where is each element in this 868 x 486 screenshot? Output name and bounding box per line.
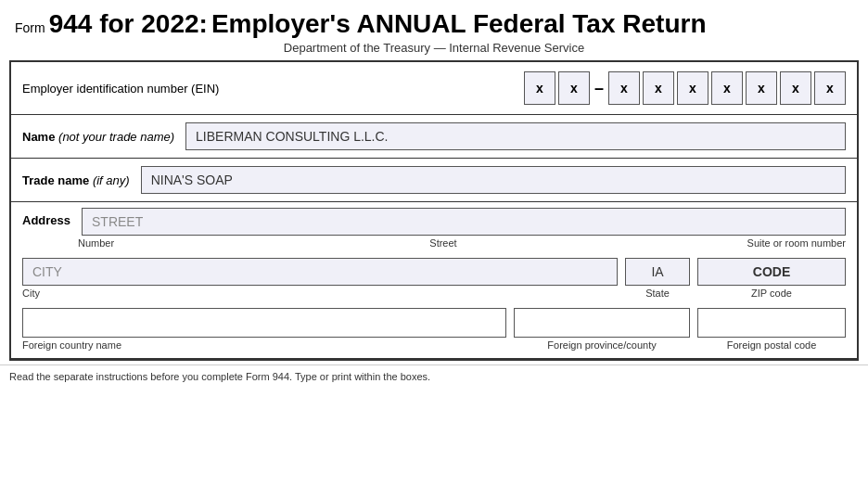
form-prefix-label: Form: [15, 20, 45, 35]
ein-row: Employer identification number (EIN) x x…: [11, 62, 857, 115]
ein-box-8[interactable]: x: [780, 71, 811, 105]
sublabel-city: City: [22, 288, 618, 299]
foreign-province-input[interactable]: [514, 308, 690, 338]
address-label: Address: [22, 208, 70, 236]
form-title: Employer's ANNUAL Federal Tax Return: [211, 9, 707, 39]
sublabel-foreign-postal: Foreign postal code: [697, 339, 846, 351]
ein-box-6[interactable]: x: [711, 71, 743, 105]
ein-label: Employer identification number (EIN): [22, 82, 219, 96]
city-input[interactable]: CITY: [22, 258, 618, 286]
trade-name-label: Trade name (if any): [22, 173, 130, 187]
form-number: 944 for 2022:: [49, 9, 208, 39]
sublabel-zip: ZIP code: [697, 288, 846, 299]
ein-box-1[interactable]: x: [524, 71, 555, 105]
footer-note: Read the separate instructions before yo…: [0, 364, 868, 388]
address-city-row: CITY IA CODE: [11, 254, 857, 286]
foreign-sublabels: Foreign country name Foreign province/co…: [11, 338, 857, 358]
ein-box-9[interactable]: x: [814, 71, 846, 105]
address-section: Address STREET Number Street Suite or ro…: [11, 202, 857, 359]
ein-box-5[interactable]: x: [677, 71, 708, 105]
city-sublabels: City State ZIP code: [11, 286, 857, 304]
foreign-postal-input[interactable]: [697, 308, 846, 338]
ein-boxes: x x – x x x x x x x: [524, 71, 846, 105]
zip-input[interactable]: CODE: [697, 258, 846, 286]
ein-box-3[interactable]: x: [608, 71, 640, 105]
sublabel-suite: Suite or room number: [697, 237, 846, 249]
ein-box-2[interactable]: x: [558, 71, 590, 105]
sublabel-foreign-country: Foreign country name: [22, 339, 506, 351]
ein-dash: –: [593, 79, 606, 98]
form-subtitle: Department of the Treasury — Internal Re…: [15, 41, 853, 55]
street-input[interactable]: STREET: [82, 208, 846, 236]
header-top: Form 944 for 2022: Employer's ANNUAL Fed…: [15, 9, 707, 39]
ein-box-4[interactable]: x: [643, 71, 674, 105]
address-street-row: Address STREET: [11, 202, 857, 236]
name-input[interactable]: LIBERMAN CONSULTING L.L.C.: [185, 122, 846, 150]
address-sublabels: Number Street Suite or room number: [11, 236, 857, 254]
ein-box-7[interactable]: x: [746, 71, 777, 105]
address-foreign-row: [11, 304, 857, 338]
sublabel-number: Number: [78, 237, 189, 249]
name-label: Name (not your trade name): [22, 130, 174, 144]
foreign-country-input[interactable]: [22, 308, 506, 338]
trade-name-input[interactable]: NINA'S SOAP: [141, 166, 846, 194]
name-row: Name (not your trade name) LIBERMAN CONS…: [11, 115, 857, 159]
main-form: Employer identification number (EIN) x x…: [9, 60, 859, 361]
sublabel-state: State: [625, 288, 690, 299]
form-header: Form 944 for 2022: Employer's ANNUAL Fed…: [0, 0, 868, 60]
sublabel-street: Street: [189, 237, 697, 249]
sublabel-foreign-province: Foreign province/county: [514, 339, 690, 351]
state-input[interactable]: IA: [625, 258, 690, 286]
trade-name-row: Trade name (if any) NINA'S SOAP: [11, 159, 857, 202]
